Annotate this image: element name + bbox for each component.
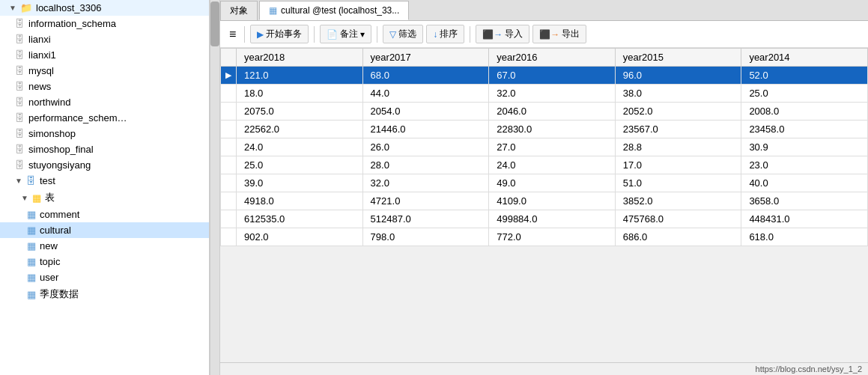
table-cell[interactable]: 448431.0 [741, 210, 868, 228]
sidebar-item-mysql[interactable]: 🗄 mysql [0, 63, 209, 79]
table-cell[interactable]: 40.0 [741, 174, 868, 192]
sidebar-item-user[interactable]: ▦ user [0, 269, 209, 285]
table-cell[interactable]: 618.0 [741, 228, 868, 246]
table-cell[interactable]: 2075.0 [237, 103, 363, 121]
sort-button[interactable]: ↓ 排序 [426, 25, 464, 43]
sidebar-item-new[interactable]: ▦ new [0, 238, 209, 254]
sidebar-item-jidushuju[interactable]: ▦ 季度数据 [0, 285, 209, 303]
table-cell[interactable]: 3852.0 [615, 192, 741, 210]
data-table: year2018 year2017 year2016 year2015 year… [220, 48, 868, 246]
table-cell[interactable]: 49.0 [489, 174, 616, 192]
table-cell[interactable]: 798.0 [362, 228, 489, 246]
table-row[interactable]: 902.0798.0772.0686.0618.0 [221, 228, 868, 246]
table-cell[interactable]: 44.0 [362, 85, 489, 103]
tab-cultural[interactable]: ▦ cultural @test (localhost_33... [259, 1, 409, 20]
table-cell[interactable]: 23567.0 [615, 121, 741, 138]
sidebar-item-news[interactable]: 🗄 news [0, 79, 209, 94]
table-cell[interactable]: 4109.0 [489, 192, 616, 210]
menu-icon[interactable]: ≡ [226, 26, 239, 43]
table-row[interactable]: 2075.02054.02046.02052.02008.0 [221, 103, 868, 121]
table-cell[interactable]: 612535.0 [237, 210, 363, 228]
sidebar-scrollbar[interactable] [210, 0, 220, 375]
table-cell[interactable]: 18.0 [237, 85, 363, 103]
data-grid[interactable]: year2018 year2017 year2016 year2015 year… [220, 48, 868, 362]
table-cell[interactable]: 96.0 [615, 67, 741, 85]
sidebar-item-northwind[interactable]: 🗄 northwind [0, 94, 209, 110]
sidebar-item-performance_schema[interactable]: 🗄 performance_schem… [0, 110, 209, 126]
table-cell[interactable]: 512487.0 [362, 210, 489, 228]
table-cell[interactable]: 39.0 [237, 174, 363, 192]
table-cell[interactable]: 475768.0 [615, 210, 741, 228]
table-cell[interactable]: 772.0 [489, 228, 616, 246]
table-cell[interactable]: 26.0 [362, 138, 489, 156]
table-cell[interactable]: 2008.0 [741, 103, 868, 121]
table-row[interactable]: 24.026.027.028.830.9 [221, 138, 868, 156]
table-cell[interactable]: 24.0 [489, 156, 616, 174]
table-cell[interactable]: 22830.0 [489, 121, 616, 138]
table-cell[interactable]: 28.0 [362, 156, 489, 174]
transaction-icon: ▶ [257, 29, 264, 40]
export-button[interactable]: ⬛→ 导出 [532, 25, 586, 43]
table-cell[interactable]: 23.0 [741, 156, 868, 174]
table-row[interactable]: 4918.04721.04109.03852.03658.0 [221, 192, 868, 210]
table-cell[interactable]: 67.0 [489, 67, 616, 85]
table-row[interactable]: 18.044.032.038.025.0 [221, 85, 868, 103]
sidebar-item-localhost[interactable]: 📁 localhost_3306 [0, 0, 209, 16]
import-button[interactable]: ⬛→ 导入 [476, 25, 529, 43]
sidebar-item-lianxi[interactable]: 🗄 lianxi [0, 31, 209, 47]
col-header-year2014[interactable]: year2014 [741, 49, 868, 67]
table-row[interactable]: 39.032.049.051.040.0 [221, 174, 868, 192]
sidebar-item-cultural[interactable]: ▦ cultural [0, 222, 209, 238]
table-cell[interactable]: 32.0 [362, 174, 489, 192]
filter-button[interactable]: ▽ 筛选 [383, 25, 423, 43]
table-cell[interactable]: 25.0 [741, 85, 868, 103]
sidebar-item-simoshop_final[interactable]: 🗄 simoshop_final [0, 141, 209, 157]
table-row[interactable]: 25.028.024.017.023.0 [221, 156, 868, 174]
start-transaction-button[interactable]: ▶ 开始事务 [250, 25, 309, 43]
table-cell[interactable]: 27.0 [489, 138, 616, 156]
table-row[interactable]: ▶121.068.067.096.052.0 [221, 67, 868, 85]
table-cell[interactable]: 51.0 [615, 174, 741, 192]
table-row[interactable]: 22562.021446.022830.023567.023458.0 [221, 121, 868, 138]
col-header-year2017[interactable]: year2017 [362, 49, 489, 67]
table-row[interactable]: 612535.0512487.0499884.0475768.0448431.0 [221, 210, 868, 228]
col-header-year2018[interactable]: year2018 [237, 49, 363, 67]
sidebar-item-stuyongsiyang[interactable]: 🗄 stuyongsiyang [0, 157, 209, 173]
table-cell[interactable]: 121.0 [237, 67, 363, 85]
table-cell[interactable]: 24.0 [237, 138, 363, 156]
table-cell[interactable]: 68.0 [362, 67, 489, 85]
table-cell[interactable]: 2054.0 [362, 103, 489, 121]
table-cell[interactable]: 30.9 [741, 138, 868, 156]
sidebar-item-information_schema[interactable]: 🗄 information_schema [0, 16, 209, 31]
col-header-year2015[interactable]: year2015 [615, 49, 741, 67]
table-cell[interactable]: 22562.0 [237, 121, 363, 138]
table-cell[interactable]: 4918.0 [237, 192, 363, 210]
table-cell[interactable]: 32.0 [489, 85, 616, 103]
table-cell[interactable]: 3658.0 [741, 192, 868, 210]
toolbar-separator-1 [244, 26, 245, 43]
table-cell[interactable]: 21446.0 [362, 121, 489, 138]
col-header-year2016[interactable]: year2016 [489, 49, 616, 67]
table-cell[interactable]: 23458.0 [741, 121, 868, 138]
sidebar-item-topic[interactable]: ▦ topic [0, 254, 209, 269]
table-cell[interactable]: 686.0 [615, 228, 741, 246]
sidebar-item-comment[interactable]: ▦ comment [0, 207, 209, 222]
tab-objects[interactable]: 对象 [220, 1, 258, 20]
comment-button[interactable]: 📄 备注 ▾ [320, 25, 371, 43]
table-cell[interactable]: 25.0 [237, 156, 363, 174]
table-cell[interactable]: 17.0 [615, 156, 741, 174]
table-cell[interactable]: 52.0 [741, 67, 868, 85]
sidebar-item-simonshop[interactable]: 🗄 simonshop [0, 126, 209, 141]
table-cell[interactable]: 28.8 [615, 138, 741, 156]
sidebar-item-tables-folder[interactable]: ▦ 表 [0, 189, 209, 207]
expand-icon [15, 177, 22, 185]
sidebar-item-test[interactable]: 🗄 test [0, 173, 209, 189]
table-cell[interactable]: 902.0 [237, 228, 363, 246]
table-cell[interactable]: 2052.0 [615, 103, 741, 121]
table-cell[interactable]: 4721.0 [362, 192, 489, 210]
sidebar-item-lianxi1[interactable]: 🗄 lianxi1 [0, 47, 209, 63]
table-cell[interactable]: 38.0 [615, 85, 741, 103]
export-icon: ⬛→ [539, 29, 559, 40]
table-cell[interactable]: 2046.0 [489, 103, 616, 121]
table-cell[interactable]: 499884.0 [489, 210, 616, 228]
